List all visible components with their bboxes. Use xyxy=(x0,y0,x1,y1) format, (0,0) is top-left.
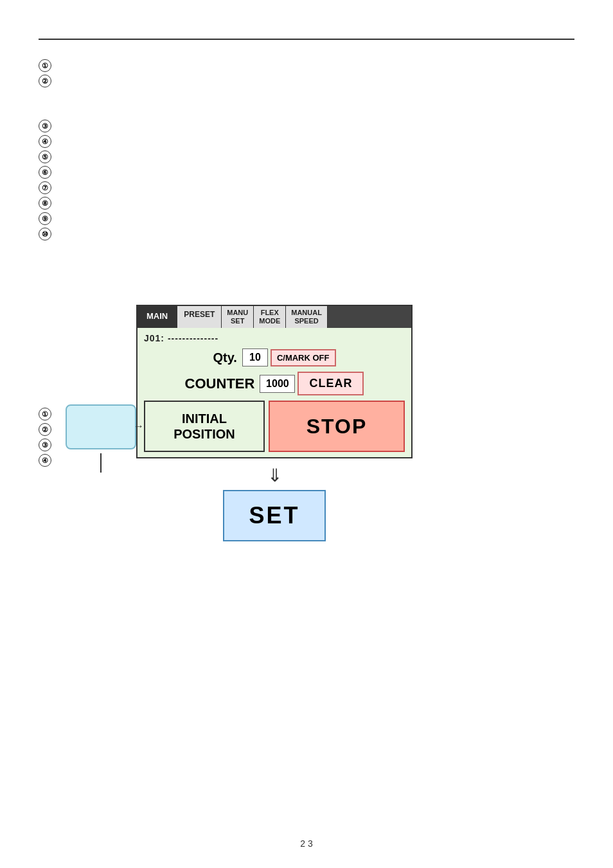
list-item: ⑦ xyxy=(39,181,574,194)
circle-number-2: ② xyxy=(39,75,51,87)
list-item: ① xyxy=(39,59,574,72)
section-2: ③ ④ ⑤ ⑥ ⑦ ⑧ ⑨ ⑩ xyxy=(39,120,574,240)
circle-number-4: ④ xyxy=(39,135,51,148)
circle-number-10: ⑩ xyxy=(39,228,51,240)
tab-flex-mode[interactable]: FLEXMODE xyxy=(254,306,286,328)
list-item: ④ xyxy=(39,454,59,467)
section-divider xyxy=(39,39,574,40)
circle-number-s3-2: ② xyxy=(39,423,51,436)
circle-number-7: ⑦ xyxy=(39,181,51,194)
qty-label: Qty. xyxy=(213,350,236,365)
job-row: J01: -------------- xyxy=(144,333,405,343)
panel-body: J01: -------------- Qty. 10 C/MARK OFF C… xyxy=(138,328,411,457)
circle-number-3: ③ xyxy=(39,120,51,132)
diagram-section: ① ② ③ ④ xyxy=(39,305,574,541)
tab-preset[interactable]: PRESET xyxy=(177,306,222,328)
circle-number-8: ⑧ xyxy=(39,197,51,210)
circle-number-1: ① xyxy=(39,59,51,72)
list-item: ⑥ xyxy=(39,166,574,179)
bottom-row: → INITIAL POSITION STOP xyxy=(144,401,405,452)
main-diagram: MAIN PRESET MANUSET FLEXMODE MANUALSPEED… xyxy=(136,305,413,541)
down-arrow-icon: ⇓ xyxy=(267,465,282,486)
control-panel: MAIN PRESET MANUSET FLEXMODE MANUALSPEED… xyxy=(136,305,413,458)
page-number: 2 3 xyxy=(300,838,312,849)
tab-manual-speed[interactable]: MANUALSPEED xyxy=(286,306,328,328)
list-item: ② xyxy=(39,423,59,436)
list-item: ⑤ xyxy=(39,150,574,163)
clear-button[interactable]: CLEAR xyxy=(298,372,364,395)
circle-number-s3-3: ③ xyxy=(39,439,51,451)
list-item: ③ xyxy=(39,120,574,132)
tabs-row: MAIN PRESET MANUSET FLEXMODE MANUALSPEED xyxy=(138,306,411,328)
list-item: ② xyxy=(39,75,574,87)
circle-number-5: ⑤ xyxy=(39,150,51,163)
initial-position-label: INITIAL POSITION xyxy=(173,411,235,441)
list-item: ④ xyxy=(39,135,574,148)
qty-value: 10 xyxy=(242,348,268,366)
counter-label: COUNTER xyxy=(185,375,255,392)
counter-value: 1000 xyxy=(260,375,295,393)
set-button[interactable]: SET xyxy=(223,490,326,541)
list-item: ⑨ xyxy=(39,212,574,225)
list-item: ③ xyxy=(39,439,59,451)
counter-row: COUNTER 1000 CLEAR xyxy=(144,372,405,395)
section-1: ① ② xyxy=(39,59,574,87)
qty-row: Qty. 10 C/MARK OFF xyxy=(144,348,405,366)
circle-number-s3-4: ④ xyxy=(39,454,51,467)
cmark-button[interactable]: C/MARK OFF xyxy=(271,349,336,366)
arrow-indicator: → xyxy=(134,420,144,433)
circle-number-6: ⑥ xyxy=(39,166,51,179)
tab-manu-set[interactable]: MANUSET xyxy=(222,306,254,328)
tab-main[interactable]: MAIN xyxy=(138,306,177,328)
circle-number-9: ⑨ xyxy=(39,212,51,225)
stop-button[interactable]: STOP xyxy=(269,401,405,452)
list-item: ⑧ xyxy=(39,197,574,210)
blue-indicator-box xyxy=(66,404,136,449)
list-item: ⑩ xyxy=(39,228,574,240)
list-item: ① xyxy=(39,408,59,420)
circle-number-s3-1: ① xyxy=(39,408,51,420)
page-container: ① ② ③ ④ ⑤ ⑥ ⑦ ⑧ xyxy=(0,0,613,868)
initial-position-button[interactable]: → INITIAL POSITION xyxy=(144,401,265,452)
